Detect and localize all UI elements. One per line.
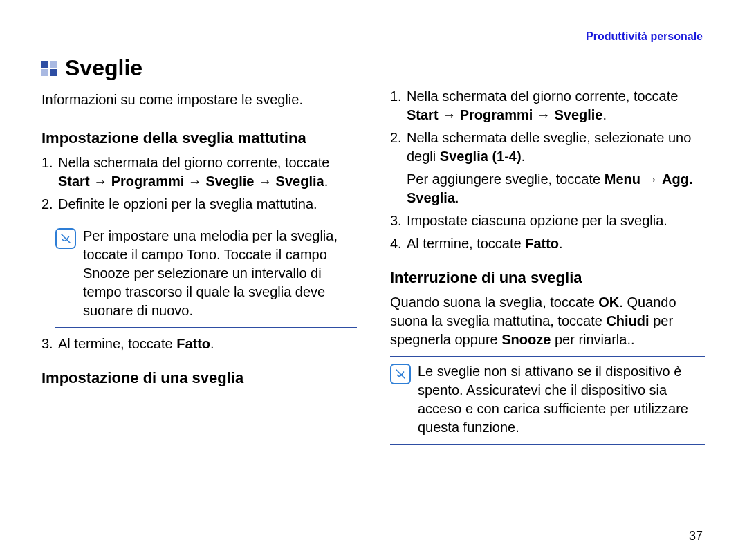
note-icon: [390, 364, 411, 384]
step-number: 3.: [390, 212, 407, 230]
add-alarm-hint: Per aggiungere sveglie, toccate Menu → A…: [407, 170, 706, 207]
note-text: Per impostare una melodia per la sveglia…: [83, 227, 357, 320]
text: .: [602, 107, 607, 122]
text: .: [522, 149, 526, 164]
page-columns: Sveglie Informazioni su come impostare l…: [42, 55, 706, 451]
bold-fatto: Fatto: [176, 336, 210, 351]
squares-icon: [42, 61, 57, 76]
arrow: →: [184, 174, 205, 189]
text: Nella schermata del giorno corrente, toc…: [407, 88, 678, 104]
note-box: Per impostare una melodia per la sveglia…: [55, 221, 357, 328]
bold-sveglie: Sveglie: [205, 174, 254, 189]
text: .: [210, 336, 214, 351]
step-body: Nella schermata del giorno corrente, toc…: [58, 153, 357, 191]
step-3r: 3. Impostate ciascuna opzione per la sve…: [390, 212, 706, 230]
bold-fatto: Fatto: [525, 236, 559, 251]
page-title: Sveglie: [65, 55, 142, 81]
step-number: 3.: [42, 335, 58, 353]
bold-menu: Menu: [605, 171, 640, 187]
step-body: Nella schermata delle sveglie, seleziona…: [407, 129, 706, 166]
step-body: Impostate ciascuna opzione per la svegli…: [407, 212, 706, 230]
arrow: →: [640, 171, 662, 187]
bold-start: Start: [407, 107, 439, 122]
left-column: Sveglie Informazioni su come impostare l…: [42, 55, 357, 451]
page-number: 37: [689, 529, 703, 543]
step-number: 1.: [390, 87, 407, 124]
step-body: Al termine, toccate Fatto.: [407, 234, 706, 253]
step-2r: 2. Nella schermata delle sveglie, selezi…: [390, 129, 706, 166]
step-number: 4.: [390, 234, 407, 253]
subhead-stop-alarm: Interruzione di una sveglia: [390, 268, 706, 288]
section-header-link[interactable]: Produttività personale: [586, 30, 703, 43]
arrow: →: [533, 107, 554, 122]
step-1: 1. Nella schermata del giorno corrente, …: [42, 153, 357, 191]
bold-programmi: Programmi: [111, 174, 185, 189]
text: Nella schermata del giorno corrente, toc…: [58, 155, 329, 170]
text: per rinviarla..: [551, 332, 634, 347]
note-icon: [55, 228, 76, 249]
text: Quando suona la sveglia, toccate: [390, 295, 598, 310]
step-number: 1.: [42, 153, 58, 191]
arrow: →: [90, 174, 111, 189]
text: Al termine, toccate: [58, 336, 176, 351]
note-text: Le sveglie non si attivano se il disposi…: [418, 362, 706, 437]
step-number: 2.: [42, 195, 58, 214]
text: .: [455, 190, 459, 205]
text: .: [324, 174, 329, 189]
step-1r: 1. Nella schermata del giorno corrente, …: [390, 87, 706, 124]
step-2: 2. Definite le opzioni per la sveglia ma…: [42, 195, 357, 214]
intro-text: Informazioni su come impostare le svegli…: [42, 91, 357, 109]
step-3: 3. Al termine, toccate Fatto.: [42, 335, 357, 353]
subhead-set-alarm: Impostazione di una sveglia: [42, 368, 357, 388]
note-box: Le sveglie non si attivano se il disposi…: [390, 356, 706, 445]
subhead-morning-alarm: Impostazione della sveglia mattutina: [42, 129, 357, 148]
text: Per aggiungere sveglie, toccate: [407, 171, 605, 187]
arrow: →: [439, 107, 460, 122]
step-body: Nella schermata del giorno corrente, toc…: [407, 87, 706, 124]
bold-sveglia: Sveglia: [276, 174, 324, 189]
text: Al termine, toccate: [407, 236, 525, 251]
bold-start: Start: [58, 174, 90, 189]
title-row: Sveglie: [42, 55, 357, 81]
bold-snooze: Snooze: [501, 332, 551, 347]
bold-sveglie: Sveglie: [554, 107, 602, 122]
step-4r: 4. Al termine, toccate Fatto.: [390, 234, 706, 253]
step-number: 2.: [390, 129, 407, 166]
right-column: 1. Nella schermata del giorno corrente, …: [390, 55, 706, 451]
arrow: →: [254, 174, 275, 189]
bold-sveglia14: Sveglia (1-4): [440, 149, 522, 164]
bold-chiudi: Chiudi: [606, 313, 649, 328]
text: .: [559, 236, 563, 251]
bold-ok: OK: [598, 295, 619, 310]
step-body: Al termine, toccate Fatto.: [58, 335, 357, 353]
bold-programmi: Programmi: [460, 107, 533, 122]
stop-alarm-para: Quando suona la sveglia, toccate OK. Qua…: [390, 293, 706, 349]
step-body: Definite le opzioni per la sveglia mattu…: [58, 195, 357, 214]
